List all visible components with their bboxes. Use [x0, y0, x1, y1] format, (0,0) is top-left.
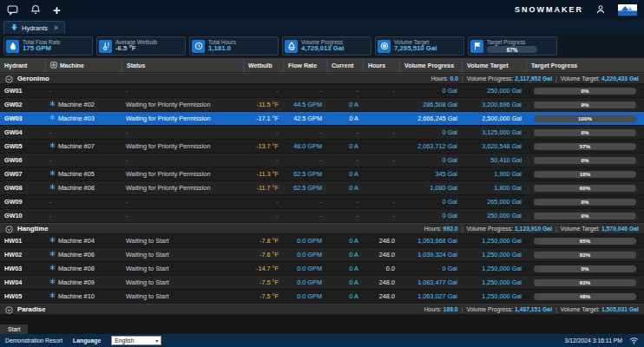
language-select[interactable]: English ▾	[111, 336, 161, 345]
stat-value: 1,181.0	[208, 45, 236, 53]
add-tab-icon[interactable]: +	[53, 3, 61, 16]
cell-volume-progress: 345 Gal	[399, 167, 462, 180]
col-hours[interactable]: Hours	[363, 58, 399, 72]
cell-wetbulb: -	[243, 195, 283, 208]
brand-title: SNOWMAKER	[515, 5, 583, 14]
chevron-down-circle-icon[interactable]	[5, 302, 13, 318]
cell-target-progress: 65%	[526, 234, 644, 247]
cell-hours	[363, 98, 399, 111]
cell-status: Waiting for Priority Permission	[122, 98, 243, 111]
wifi-icon[interactable]	[629, 337, 639, 345]
cell-hours: 248.0	[363, 248, 399, 261]
col-volume-target[interactable]: Volume Target	[462, 58, 526, 72]
volume-progress-icon	[285, 40, 298, 53]
cell-machine: Machine #07	[45, 140, 122, 153]
table-row-GW10[interactable]: GW10------0 Gal250,000 Gal0%	[0, 209, 644, 223]
cell-current: 0 A	[326, 140, 363, 153]
table-row-GW04[interactable]: GW04------0 Gal3,125,000 Gal0%	[0, 126, 644, 140]
cell-hours: 248.0	[363, 276, 399, 289]
group-header-paradise[interactable]: ParadiseHours: 189.0|Volume Progress: 1,…	[0, 304, 644, 315]
cell-volume-progress: 1,063,027 Gal	[399, 290, 462, 303]
notifications-bell-icon[interactable]	[30, 4, 41, 15]
cell-machine: -	[45, 154, 122, 167]
cell-hours: -	[363, 209, 399, 222]
tab-hydrants[interactable]: Hydrants ×	[3, 21, 65, 34]
snowflake-icon	[49, 278, 56, 286]
cell-status: Waiting for Priority Permission	[122, 167, 243, 180]
cell-volume-progress: 0 Gal	[399, 154, 462, 167]
cell-volume-target: 1,250,000 Gal	[462, 262, 526, 275]
table-row-GW07[interactable]: GW07Machine #05Waiting for Priority Perm…	[0, 167, 644, 181]
cell-volume-progress: 2,666,245 Gal	[399, 112, 462, 125]
progress-bar: 0%	[534, 129, 636, 136]
cell-current: 0 A	[326, 98, 363, 111]
topbar: + SNOWMAKER	[0, 0, 644, 19]
cell-volume-target: 250,000 Gal	[462, 209, 526, 222]
table-row-HW02[interactable]: HW02Machine #06Waiting to Start-7.6 °F0.…	[0, 248, 644, 262]
tab-close-icon[interactable]: ×	[54, 23, 58, 32]
chevron-down-icon: ▾	[155, 337, 158, 344]
start-button[interactable]: Start	[0, 324, 28, 334]
table-row-GW05[interactable]: GW05Machine #07Waiting for Priority Perm…	[0, 140, 644, 154]
progress-bar: 0%	[534, 88, 636, 95]
cell-machine: Machine #05	[45, 167, 122, 180]
cell-machine: Machine #02	[45, 98, 122, 111]
cell-target-progress: 60%	[526, 181, 644, 194]
cell-wetbulb: -	[243, 84, 283, 97]
cell-machine: Machine #06	[45, 248, 122, 261]
table-row-HW04[interactable]: HW04Machine #09Waiting to Start-7.5 °F0.…	[0, 276, 644, 290]
cell-status: -	[122, 154, 243, 167]
cell-volume-progress: 286,508 Gal	[399, 98, 462, 111]
col-flow-rate[interactable]: Flow Rate	[283, 58, 326, 72]
table-row-HW01[interactable]: HW01Machine #04Waiting to Start-7.8 °F0.…	[0, 234, 644, 248]
cell-volume-progress: 2,063,712 Gal	[399, 140, 462, 153]
cell-status: -	[122, 84, 243, 97]
cell-machine: Machine #08	[45, 181, 122, 194]
cell-wetbulb: -11.3 °F	[243, 167, 283, 180]
progress-bar: 0%	[534, 213, 636, 219]
cell-target-progress: 0%	[526, 84, 644, 97]
col-volume-progress[interactable]: Volume Progress	[399, 58, 462, 72]
cell-flow-rate: -	[283, 84, 326, 97]
cell-wetbulb: -7.5 °F	[243, 290, 283, 303]
cell-volume-target: 3,125,000 Gal	[462, 126, 526, 139]
table-row-GW09[interactable]: GW09------0 Gal265,000 Gal0%	[0, 195, 644, 209]
cell-status: Waiting for Priority Permission	[122, 181, 243, 194]
cell-volume-target: 1,900 Gal	[462, 167, 526, 180]
cell-hours: 248.0	[363, 234, 399, 247]
cell-current: -	[326, 126, 363, 139]
table-row-GW02[interactable]: GW02Machine #02Waiting for Priority Perm…	[0, 98, 644, 112]
cell-status: -	[122, 209, 243, 222]
col-wetbulb[interactable]: Wetbulb	[243, 58, 283, 72]
progress-bar: 9%	[534, 101, 636, 108]
table-row-GW03[interactable]: GW03Machine #03Waiting for Priority Perm…	[0, 112, 644, 126]
table-header: Hydrant Machine Status Wetbulb Flow Rate…	[0, 58, 644, 73]
cell-volume-target: 1,250,000 Gal	[462, 234, 526, 247]
col-machine[interactable]: Machine	[45, 58, 122, 72]
col-status[interactable]: Status	[122, 58, 243, 72]
language-label: Language	[73, 337, 101, 344]
cell-hours: 0.0	[363, 262, 399, 275]
user-account-icon[interactable]	[595, 4, 606, 15]
snowflake-icon	[49, 292, 56, 300]
status-bar: Demonstration Resort Language English ▾ …	[0, 334, 644, 347]
cell-status: Waiting to Start	[122, 248, 243, 261]
group-header-geronimo[interactable]: GeronimoHours: 0.0|Volume Progress: 2,11…	[0, 73, 644, 84]
table-row-HW03[interactable]: HW03Machine #08Waiting to Start-14.7 °F0…	[0, 262, 644, 276]
group-header-hangtime[interactable]: HangtimeHours: 992.0|Volume Progress: 1,…	[0, 223, 644, 234]
cell-current: 0 A	[326, 276, 363, 289]
snowflake-icon	[49, 101, 56, 108]
col-target-progress[interactable]: Target Progress	[526, 58, 644, 72]
chat-icon[interactable]	[7, 4, 18, 16]
cell-hydrant: HW03	[0, 262, 45, 275]
table-row-GW01[interactable]: GW01------0 Gal250,000 Gal0%	[0, 84, 644, 98]
table-row-GW06[interactable]: GW06------0 Gal50,410 Gal0%	[0, 154, 644, 167]
cell-hours: -	[363, 195, 399, 208]
company-logo-icon	[618, 4, 637, 16]
cell-hydrant: GW07	[0, 167, 45, 180]
col-current[interactable]: Current	[326, 58, 363, 72]
cell-target-progress: 0%	[526, 209, 644, 222]
table-row-HW05[interactable]: HW05Machine #10Waiting to Start-7.5 °F0.…	[0, 290, 644, 304]
cell-status: Waiting to Start	[122, 234, 243, 247]
table-row-GW08[interactable]: GW08Machine #08Waiting for Priority Perm…	[0, 181, 644, 195]
